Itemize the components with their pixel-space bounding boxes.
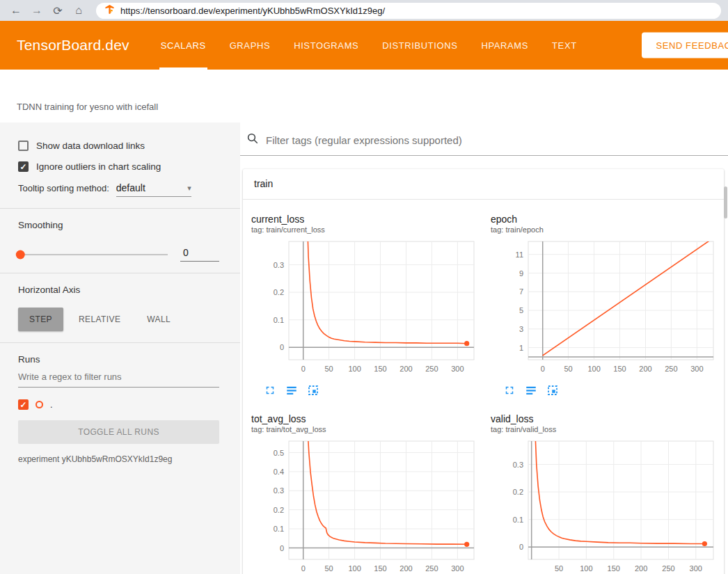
svg-text:100: 100	[580, 564, 592, 573]
run-color-swatch-icon	[35, 401, 43, 408]
svg-text:100: 100	[348, 365, 361, 373]
run-checkbox[interactable]: ✓	[18, 399, 29, 410]
tab-scalars[interactable]: SCALARS	[159, 21, 207, 70]
show-download-links-checkbox[interactable]: ✓	[18, 141, 29, 151]
chart-tag: tag: train/epoch	[491, 225, 726, 234]
fit-domain-icon[interactable]	[307, 384, 319, 397]
tab-distributions[interactable]: DISTRIBUTIONS	[381, 21, 459, 70]
svg-text:200: 200	[639, 365, 651, 373]
axis-step-button[interactable]: STEP	[18, 308, 63, 331]
svg-text:0.5: 0.5	[274, 449, 284, 457]
svg-text:50: 50	[324, 564, 333, 573]
svg-text:0: 0	[541, 365, 545, 373]
address-bar[interactable]: https://tensorboard.dev/experiment/yKUbh…	[96, 3, 721, 19]
chart-card-tot-avg-loss: tot_avg_loss tag: train/tot_avg_loss 050…	[248, 408, 486, 574]
tag-group-title[interactable]: train	[243, 169, 724, 200]
svg-text:9: 9	[519, 269, 523, 278]
chart-tag: tag: train/valid_loss	[491, 425, 726, 433]
svg-text:0.1: 0.1	[513, 516, 523, 524]
chart-title: tot_avg_loss	[251, 413, 486, 424]
show-download-links-label: Show data download links	[36, 141, 145, 151]
svg-text:0.1: 0.1	[274, 316, 284, 324]
chart-title: current_loss	[251, 214, 486, 225]
line-chart-epoch[interactable]: 0501001502002503001357911	[488, 237, 718, 381]
log-scale-icon[interactable]	[285, 384, 298, 397]
chevron-down-icon: ▾	[187, 184, 191, 193]
runs-regex-input[interactable]	[18, 365, 219, 388]
svg-text:300: 300	[451, 564, 464, 573]
line-chart-current-loss[interactable]: 05010015020025030000.10.20.3	[248, 237, 478, 381]
axis-relative-button[interactable]: RELATIVE	[68, 308, 132, 331]
svg-text:100: 100	[587, 365, 600, 373]
tensorboard-favicon-icon	[104, 4, 115, 17]
svg-text:0.3: 0.3	[274, 486, 284, 495]
svg-text:250: 250	[425, 564, 438, 573]
show-download-links-checkbox-row[interactable]: ✓ Show data download links	[18, 141, 219, 151]
ignore-outliers-checkbox[interactable]: ✓	[18, 161, 29, 172]
chart-card-valid-loss: valid_loss tag: train/valid_loss 5010015…	[488, 408, 726, 574]
axis-wall-button[interactable]: WALL	[136, 308, 182, 331]
sidebar-divider	[0, 342, 240, 343]
svg-text:150: 150	[374, 564, 386, 573]
tag-group-card: train current_loss tag: train/current_lo…	[243, 169, 724, 574]
svg-text:0: 0	[301, 365, 306, 373]
ignore-outliers-label: Ignore outliers in chart scaling	[36, 161, 161, 172]
app-logo[interactable]: TensorBoard.dev	[17, 37, 129, 54]
svg-text:0.2: 0.2	[513, 488, 523, 496]
tab-histograms[interactable]: HISTOGRAMS	[292, 21, 360, 70]
experiment-id-text: experiment yKUbhb5wRmOSXYkId1z9eg	[18, 454, 219, 464]
scrollbar[interactable]	[724, 186, 727, 218]
svg-text:300: 300	[690, 564, 702, 573]
svg-text:0.2: 0.2	[274, 506, 284, 514]
chart-title: valid_loss	[491, 413, 726, 424]
fit-domain-icon[interactable]	[546, 384, 559, 397]
top-nav: SCALARS GRAPHS HISTOGRAMS DISTRIBUTIONS …	[149, 21, 589, 70]
svg-text:250: 250	[665, 365, 677, 373]
svg-text:150: 150	[374, 365, 386, 373]
svg-text:300: 300	[690, 365, 703, 373]
svg-text:50: 50	[555, 564, 563, 573]
tooltip-sorting-label: Tooltip sorting method:	[18, 183, 109, 193]
svg-text:150: 150	[608, 564, 620, 573]
forward-icon[interactable]: →	[28, 1, 46, 19]
svg-text:0.2: 0.2	[274, 288, 284, 296]
home-icon[interactable]: ⌂	[70, 1, 88, 19]
tab-graphs[interactable]: GRAPHS	[228, 21, 272, 70]
expand-chart-icon[interactable]	[264, 384, 276, 397]
settings-sidebar: ✓ Show data download links ✓ Ignore outl…	[0, 122, 240, 574]
sidebar-divider	[0, 273, 240, 273]
tab-text[interactable]: TEXT	[551, 21, 578, 70]
smoothing-value-input[interactable]: 0	[180, 247, 219, 262]
toggle-all-runs-button[interactable]: TOGGLE ALL RUNS	[18, 420, 219, 444]
ignore-outliers-checkbox-row[interactable]: ✓ Ignore outliers in chart scaling	[18, 161, 219, 172]
svg-text:200: 200	[635, 564, 647, 573]
tag-filter-input[interactable]	[266, 134, 728, 146]
svg-text:200: 200	[399, 564, 412, 573]
svg-text:50: 50	[324, 365, 333, 373]
svg-text:0.3: 0.3	[274, 261, 284, 269]
svg-text:250: 250	[662, 564, 674, 573]
svg-text:5: 5	[519, 306, 523, 314]
smoothing-slider[interactable]	[18, 254, 168, 255]
run-list-item[interactable]: ✓ .	[18, 399, 219, 410]
line-chart-tot-avg-loss[interactable]: 05010015020025030000.10.20.30.40.5	[248, 437, 478, 574]
expand-chart-icon[interactable]	[503, 384, 516, 397]
back-icon[interactable]: ←	[7, 1, 25, 19]
reload-icon[interactable]: ⟳	[49, 1, 67, 19]
search-icon	[246, 132, 259, 148]
svg-text:3: 3	[519, 325, 523, 333]
tooltip-sorting-dropdown[interactable]: default ▾	[116, 182, 191, 197]
tooltip-sorting-value: default	[116, 182, 145, 193]
url-text[interactable]: https://tensorboard.dev/experiment/yKUbh…	[120, 6, 385, 16]
run-name: .	[50, 399, 53, 410]
line-chart-valid-loss[interactable]: 5010015020025030000.10.20.3	[488, 437, 718, 574]
smoothing-slider-thumb[interactable]	[16, 250, 25, 259]
log-scale-icon[interactable]	[525, 384, 537, 397]
tab-hparams[interactable]: HPARAMS	[480, 21, 530, 70]
send-feedback-button[interactable]: SEND FEEDBACK	[642, 33, 728, 58]
svg-text:300: 300	[451, 365, 464, 373]
svg-text:0: 0	[301, 564, 306, 573]
tag-filter-bar	[240, 122, 728, 156]
svg-text:1: 1	[519, 344, 523, 352]
charts-grid: current_loss tag: train/current_loss 050…	[243, 200, 724, 574]
